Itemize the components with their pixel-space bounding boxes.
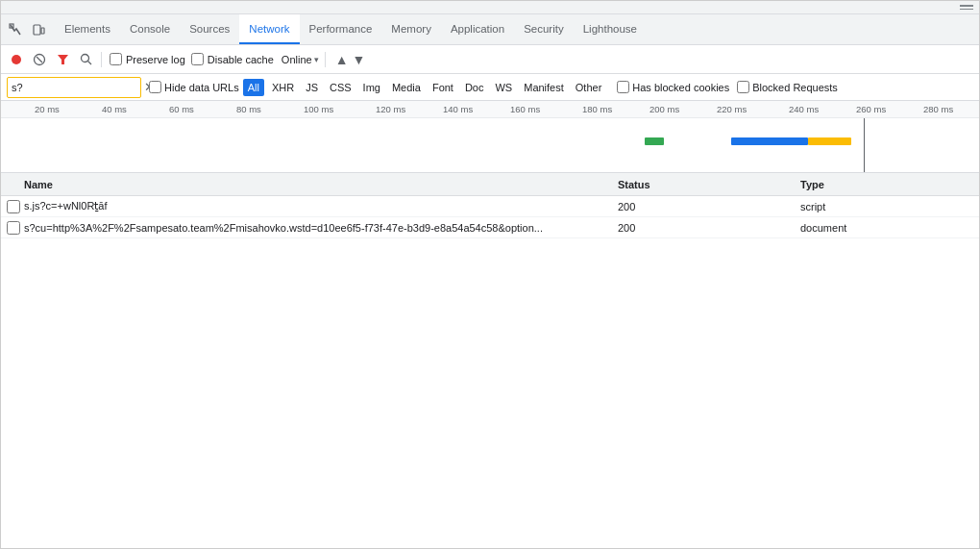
export-button[interactable]: ▼ <box>353 52 366 67</box>
ruler-label: 80 ms <box>236 104 261 114</box>
row-status-0: 200 <box>618 201 800 212</box>
filter-ws-button[interactable]: WS <box>491 81 516 94</box>
toolbar-separator-1 <box>101 52 102 67</box>
row-checkbox-1[interactable] <box>7 221 20 235</box>
filter-font-button[interactable]: Font <box>429 81 457 94</box>
clear-button[interactable] <box>30 50 49 69</box>
disable-cache-label[interactable]: Disable cache <box>208 54 274 65</box>
filter-xhr-button[interactable]: XHR <box>268 81 298 94</box>
device-toggle-icon[interactable] <box>28 19 49 40</box>
has-blocked-cookies-label[interactable]: Has blocked cookies <box>632 82 729 93</box>
ruler-label: 100 ms <box>304 104 333 114</box>
col-type-header[interactable]: Type <box>800 179 973 190</box>
has-blocked-cookies-checkbox[interactable] <box>617 81 629 93</box>
row-status-1: 200 <box>618 222 800 234</box>
svg-rect-2 <box>41 28 44 34</box>
requests-table: s.js?c=+wNl0R‌ṯ‌ā‌f200scripts?cu=http%3A… <box>1 196 979 548</box>
hide-data-urls-label[interactable]: Hide data URLs <box>164 82 239 93</box>
filter-manifest-button[interactable]: Manifest <box>520 81 568 94</box>
filter-css-button[interactable]: CSS <box>326 81 355 94</box>
filter-media-button[interactable]: Media <box>388 81 425 94</box>
svg-point-7 <box>81 55 88 62</box>
network-toolbar: Preserve log Disable cache Online ▾ ▲ ▼ <box>1 45 979 74</box>
filter-search-input[interactable] <box>12 82 144 93</box>
online-select-group[interactable]: Online ▾ <box>282 54 319 65</box>
disable-cache-group: Disable cache <box>191 53 274 65</box>
svg-marker-6 <box>58 55 68 64</box>
waterfall-bar-1 <box>731 137 808 145</box>
tab-memory[interactable]: Memory <box>381 14 441 44</box>
ruler-label: 280 ms <box>923 104 953 114</box>
tab-console[interactable]: Console <box>120 14 180 44</box>
ruler-label: 160 ms <box>510 104 540 114</box>
row-type-0: script <box>800 201 973 212</box>
svg-line-5 <box>37 57 42 62</box>
inspect-element-icon[interactable] <box>5 19 26 40</box>
preserve-log-checkbox[interactable] <box>110 53 122 65</box>
blocked-requests-checkbox[interactable] <box>737 81 749 93</box>
preserve-log-label[interactable]: Preserve log <box>126 54 185 65</box>
column-headers: Name Status Type <box>1 173 979 196</box>
blocked-requests-group: Blocked Requests <box>737 81 838 93</box>
online-dropdown-arrow: ▾ <box>314 55 319 64</box>
tab-lighthouse[interactable]: Lighthouse <box>574 14 647 44</box>
ruler-label: 200 ms <box>649 104 679 114</box>
filter-other-button[interactable]: Other <box>572 81 606 94</box>
hide-data-urls-group: Hide data URLs <box>149 81 239 93</box>
ruler-label: 40 ms <box>102 104 127 114</box>
ruler-label: 60 ms <box>169 104 194 114</box>
ruler-label: 120 ms <box>376 104 405 114</box>
tab-sources[interactable]: Sources <box>180 14 239 44</box>
hide-data-urls-checkbox[interactable] <box>149 81 161 93</box>
drag-bar <box>1 1 979 14</box>
filter-doc-button[interactable]: Doc <box>461 81 488 94</box>
ruler-label: 180 ms <box>582 104 612 114</box>
col-status-header[interactable]: Status <box>618 179 800 190</box>
waterfall-bar-2 <box>808 137 851 145</box>
row-name-0: s.js?c=+wNl0R‌ṯ‌ā‌f <box>24 200 618 212</box>
blocked-requests-label[interactable]: Blocked Requests <box>752 82 838 93</box>
filter-bar: ✕ Hide data URLs All XHR JS CSS Img Medi… <box>1 74 979 101</box>
timeline-ruler: 20 ms40 ms60 ms80 ms100 ms120 ms140 ms16… <box>1 101 979 118</box>
col-name-header[interactable]: Name <box>7 179 618 190</box>
ruler-label: 220 ms <box>717 104 747 114</box>
search-box: ✕ <box>7 77 141 98</box>
tab-security[interactable]: Security <box>514 14 574 44</box>
ruler-label: 240 ms <box>789 104 819 114</box>
filter-button[interactable] <box>53 50 72 69</box>
svg-line-8 <box>87 62 91 65</box>
row-checkbox-0[interactable] <box>7 200 20 213</box>
tab-performance[interactable]: Performance <box>300 14 382 44</box>
has-blocked-cookies-group: Has blocked cookies <box>617 81 729 93</box>
row-type-1: document <box>800 222 973 234</box>
online-label: Online <box>282 54 312 65</box>
toolbar-separator-2 <box>325 52 326 67</box>
disable-cache-checkbox[interactable] <box>191 53 204 65</box>
svg-rect-1 <box>34 25 40 35</box>
table-row[interactable]: s.js?c=+wNl0R‌ṯ‌ā‌f200script <box>1 196 979 217</box>
timeline-area: 20 ms40 ms60 ms80 ms100 ms120 ms140 ms16… <box>1 101 979 173</box>
record-button[interactable] <box>7 50 26 69</box>
ruler-label: 20 ms <box>35 104 60 114</box>
preserve-log-group: Preserve log <box>110 53 185 65</box>
tab-bar: Elements Console Sources Network Perform… <box>1 14 979 45</box>
timeline-cursor <box>864 118 865 172</box>
filter-js-button[interactable]: JS <box>302 81 322 94</box>
search-button[interactable] <box>76 50 95 69</box>
tab-network[interactable]: Network <box>239 14 299 44</box>
ruler-label: 140 ms <box>443 104 473 114</box>
waterfall-bar-0 <box>645 137 664 145</box>
tab-application[interactable]: Application <box>441 14 514 44</box>
filter-img-button[interactable]: Img <box>359 81 384 94</box>
drag-handle-icon <box>960 5 973 10</box>
svg-point-3 <box>12 55 21 64</box>
tab-list: Elements Console Sources Network Perform… <box>55 14 647 44</box>
filter-all-button[interactable]: All <box>243 79 264 96</box>
tab-elements[interactable]: Elements <box>55 14 120 44</box>
table-row[interactable]: s?cu=http%3A%2F%2Fsamp‌es‌ato‌.team%2F‌m… <box>1 217 979 238</box>
timeline-chart <box>1 118 979 172</box>
import-button[interactable]: ▲ <box>335 52 349 67</box>
devtools-icons <box>5 19 49 40</box>
ruler-label: 260 ms <box>856 104 886 114</box>
row-name-1: s?cu=http%3A%2F%2Fsamp‌es‌ato‌.team%2F‌m… <box>24 222 618 234</box>
